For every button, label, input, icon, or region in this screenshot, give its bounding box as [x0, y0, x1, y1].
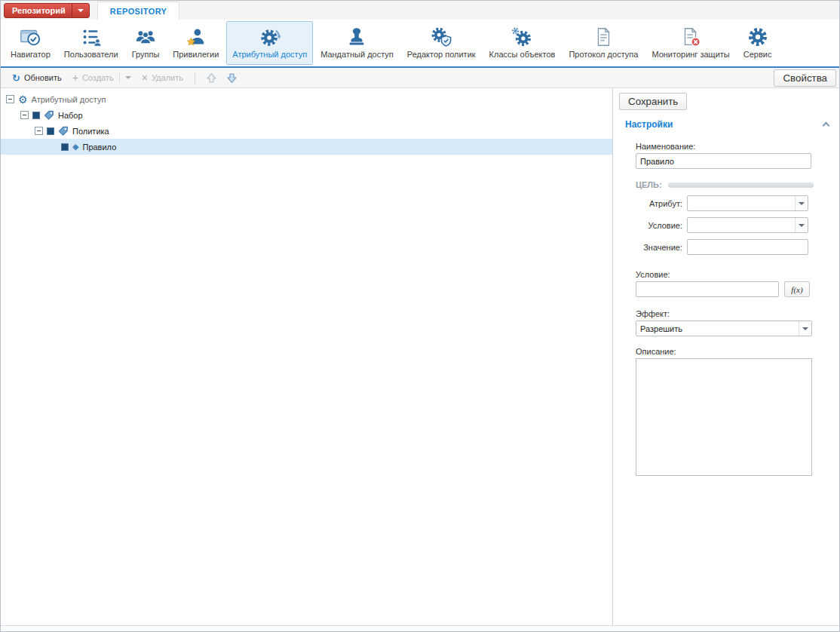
effect-combo-trigger[interactable]	[799, 321, 811, 336]
create-button[interactable]: + Создать	[67, 70, 136, 85]
ribbon-item-protection-monitoring[interactable]: Мониторинг защиты	[645, 21, 735, 65]
tree-checkbox[interactable]	[61, 143, 69, 151]
ribbon-item-label: Пользователи	[64, 50, 118, 59]
value-field-row: Значение:	[636, 239, 814, 255]
ribbon-item-attribute-access[interactable]: Атрибутный доступ	[226, 21, 313, 65]
attribute-access-icon	[259, 24, 281, 49]
condition2-field-label: Условие:	[636, 270, 814, 279]
tag-icon	[58, 126, 69, 137]
description-textarea[interactable]	[636, 358, 812, 476]
repository-menu-caret[interactable]	[72, 9, 89, 12]
ribbon-item-label: Мандатный доступ	[320, 50, 394, 59]
policy-editor-icon	[430, 24, 452, 49]
ribbon-item-label: Атрибутный доступ	[232, 50, 307, 59]
attribute-combo-input[interactable]	[688, 199, 795, 208]
condition-field-label: Условие:	[636, 221, 682, 230]
save-button[interactable]: Сохранить	[619, 93, 687, 110]
tree-row-policy[interactable]: Политика	[1, 123, 612, 139]
delete-icon: ×	[142, 73, 148, 83]
tree-node-label: Атрибутный доступ	[32, 95, 106, 104]
top-tab-strip: Репозиторий REPOSITORY	[1, 1, 839, 20]
privileges-icon	[185, 24, 207, 49]
target-separator: ЦЕЛЬ:	[636, 180, 814, 189]
repository-menu-button[interactable]: Репозиторий	[4, 3, 90, 18]
toolbar-separator	[195, 72, 195, 84]
attribute-combo-trigger[interactable]	[795, 196, 808, 210]
ribbon-item-groups[interactable]: Группы	[126, 21, 166, 65]
move-up-button[interactable]	[201, 71, 222, 85]
chevron-down-icon	[78, 9, 84, 12]
status-bar	[1, 625, 839, 631]
access-protocol-icon	[592, 24, 615, 49]
attribute-combobox[interactable]	[687, 195, 808, 211]
ribbon-item-access-protocol[interactable]: Протокол доступа	[563, 21, 644, 65]
tag-icon	[44, 110, 54, 121]
create-label: Создать	[82, 73, 114, 82]
ribbon-item-privileges[interactable]: Привилегии	[167, 21, 225, 65]
chevron-down-icon	[802, 327, 808, 330]
ribbon-item-label: Привилегии	[173, 50, 219, 59]
condition-combobox[interactable]	[687, 217, 808, 233]
repository-menu-label: Репозиторий	[5, 6, 72, 15]
settings-fields: Наименование: ЦЕЛЬ: Атрибут: Условие:	[613, 130, 839, 485]
refresh-button[interactable]: ↻ Обновить	[7, 71, 67, 85]
app-window: Репозиторий REPOSITORY Навигатор	[0, 0, 840, 632]
arrow-up-icon	[206, 72, 217, 84]
target-label: ЦЕЛЬ:	[636, 180, 662, 189]
ribbon-item-label: Протокол доступа	[569, 50, 638, 59]
properties-panel: Сохранить Настройки Наименование: ЦЕЛЬ: …	[613, 88, 839, 625]
properties-button[interactable]: Свойства	[774, 69, 836, 87]
chevron-down-icon	[799, 202, 805, 205]
tree-node-label: Политика	[72, 127, 109, 136]
ribbon-item-label: Редактор политик	[407, 50, 476, 59]
settings-section-title: Настройки	[625, 119, 673, 130]
condition-combo-trigger[interactable]	[795, 218, 808, 232]
ribbon-item-object-classes[interactable]: Классы объектов	[483, 21, 562, 65]
ribbon-item-label: Сервис	[743, 50, 772, 59]
ribbon-item-policy-editor[interactable]: Редактор политик	[401, 21, 482, 65]
delete-label: Удалить	[152, 73, 183, 82]
collapse-icon[interactable]	[6, 95, 14, 103]
condition-field-row: Условие:	[636, 217, 814, 233]
plus-icon: +	[72, 73, 78, 83]
refresh-label: Обновить	[24, 73, 62, 82]
rule-diamond-icon: ◆	[72, 143, 78, 151]
ribbon-item-label: Навигатор	[11, 50, 51, 59]
tree-checkbox[interactable]	[47, 127, 54, 135]
mandatory-access-icon	[345, 24, 368, 49]
name-input[interactable]	[636, 153, 811, 169]
ribbon-item-service[interactable]: Сервис	[737, 21, 778, 65]
value-field-label: Значение:	[636, 243, 682, 252]
button-divider	[119, 72, 120, 83]
chevron-up-icon[interactable]	[823, 122, 830, 130]
effect-combo-input[interactable]	[636, 324, 799, 333]
ribbon-item-label: Группы	[132, 50, 160, 59]
tree-row-root[interactable]: ⚙ Атрибутный доступ	[1, 91, 612, 107]
effect-field-label: Эффект:	[636, 309, 814, 318]
ribbon-item-mandatory-access[interactable]: Мандатный доступ	[314, 21, 400, 65]
value-input[interactable]	[687, 239, 808, 255]
main-area: ⚙ Атрибутный доступ Набор Поли	[1, 88, 839, 625]
formula-editor-button[interactable]: f(x)	[784, 281, 810, 297]
ribbon: Навигатор Пользователи	[1, 20, 839, 68]
move-down-button[interactable]	[222, 71, 242, 85]
condition2-input[interactable]	[636, 281, 779, 297]
service-icon	[746, 24, 769, 49]
condition2-field-row: f(x)	[636, 281, 814, 297]
collapse-icon[interactable]	[35, 127, 43, 135]
tree-node-label: Набор	[58, 111, 83, 120]
ribbon-item-users[interactable]: Пользователи	[58, 21, 124, 65]
effect-combobox[interactable]	[636, 321, 812, 336]
groups-icon	[134, 24, 157, 49]
attribute-field-row: Атрибут:	[636, 195, 814, 211]
condition-combo-input[interactable]	[688, 221, 795, 230]
tab-repository[interactable]: REPOSITORY	[97, 2, 180, 20]
tree-checkbox[interactable]	[32, 112, 40, 119]
tree-row-set[interactable]: Набор	[1, 107, 612, 123]
settings-section-header[interactable]: Настройки	[613, 110, 839, 130]
name-field-label: Наименование:	[636, 142, 814, 151]
delete-button[interactable]: × Удалить	[136, 71, 189, 85]
collapse-icon[interactable]	[20, 111, 29, 119]
ribbon-item-navigator[interactable]: Навигатор	[5, 21, 57, 65]
tree-row-rule[interactable]: ◆ Правило	[1, 139, 612, 155]
